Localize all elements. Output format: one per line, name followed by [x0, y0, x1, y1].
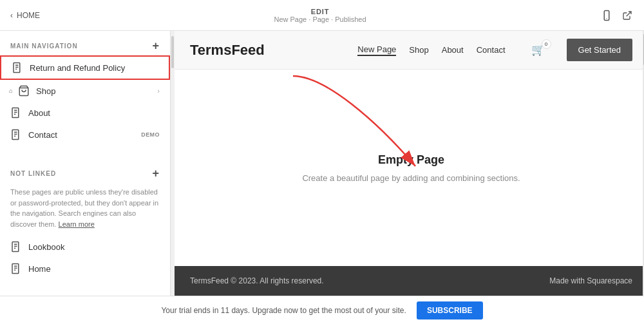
nav-item-shop[interactable]: ⌂ Shop ›	[0, 80, 170, 102]
not-linked-description: These pages are public unless they're di…	[0, 183, 170, 236]
nav-item-label: Home	[28, 264, 160, 274]
main-layout: MAIN NAVIGATION + Return and Refund Poli…	[0, 31, 644, 296]
trial-message: Your trial ends in 11 days. Upgrade now …	[161, 306, 406, 315]
nav-link-about[interactable]: About	[442, 45, 464, 55]
empty-page-title: Empty Page	[378, 153, 444, 167]
main-nav-label: MAIN NAVIGATION	[10, 43, 78, 50]
not-linked-label: NOT LINKED	[10, 170, 56, 177]
nav-item-label: Lookbook	[28, 242, 160, 252]
site-logo: TermsFeed	[190, 42, 342, 59]
home-indicator-icon: ⌂	[9, 88, 12, 94]
shop-icon	[18, 85, 30, 97]
nav-item-home[interactable]: Home	[0, 258, 170, 280]
nav-item-about[interactable]: About	[0, 102, 170, 124]
page-icon	[10, 107, 22, 119]
nav-item-return-refund[interactable]: Return and Refund Policy	[0, 55, 170, 80]
page-icon	[12, 62, 23, 73]
footer-left: TermsFeed © 2023. All rights reserved.	[190, 276, 324, 285]
add-nav-item-button[interactable]: +	[152, 40, 160, 52]
home-button[interactable]: ‹ HOME	[10, 11, 40, 20]
cart-icon[interactable]: 🛒 0	[531, 43, 545, 57]
footer-right: Made with Squarespace	[549, 276, 632, 285]
site-nav-links: New Page Shop About Contact	[357, 44, 505, 56]
page-icon	[10, 241, 22, 253]
nav-link-shop[interactable]: Shop	[409, 45, 428, 55]
add-not-linked-button[interactable]: +	[152, 167, 160, 179]
top-bar: ‹ HOME EDIT New Page · Page · Published …	[0, 0, 644, 31]
main-nav-section-header: MAIN NAVIGATION +	[0, 31, 170, 55]
nav-link-contact[interactable]: Contact	[477, 45, 506, 55]
nav-link-new-page[interactable]: New Page	[357, 44, 396, 56]
sidebar: MAIN NAVIGATION + Return and Refund Poli…	[0, 31, 171, 296]
trial-bar: Your trial ends in 11 days. Upgrade now …	[0, 296, 644, 324]
chevron-left-icon: ‹	[10, 11, 13, 20]
nav-item-lookbook[interactable]: Lookbook	[0, 236, 170, 258]
svg-rect-0	[604, 10, 609, 20]
site-content: Empty Page Create a beautiful page by ad…	[175, 70, 644, 266]
not-linked-section-header: NOT LINKED +	[0, 158, 170, 183]
nav-item-contact[interactable]: Contact DEMO	[0, 124, 170, 146]
empty-page-description: Create a beautiful page by adding and co…	[302, 173, 520, 183]
external-link-icon[interactable]	[621, 9, 634, 22]
get-started-button[interactable]: Get Started	[567, 39, 632, 61]
sidebar-scroll-track	[171, 31, 175, 296]
mobile-preview-icon[interactable]	[600, 9, 613, 22]
nav-item-label: Contact	[28, 130, 135, 140]
page-info: EDIT New Page · Page · Published Page · …	[274, 8, 366, 23]
page-icon	[10, 129, 22, 140]
home-label: HOME	[17, 11, 40, 20]
page-status: New Page · Page · Published Page · Publi…	[274, 15, 366, 23]
page-status-text: Page · Published	[312, 15, 366, 23]
svg-line-2	[627, 12, 631, 16]
nav-item-label: Return and Refund Policy	[30, 63, 158, 73]
site-navigation: TermsFeed New Page Shop About Contact 🛒 …	[175, 31, 644, 70]
nav-item-label: About	[28, 108, 160, 118]
page-icon	[10, 263, 22, 274]
chevron-right-icon: ›	[157, 87, 160, 95]
site-preview: TermsFeed New Page Shop About Contact 🛒 …	[175, 31, 644, 296]
nav-item-label: Shop	[36, 86, 151, 96]
top-bar-actions	[600, 9, 634, 22]
subscribe-button[interactable]: SUBSCRIBE	[417, 301, 483, 319]
cart-count: 0	[542, 39, 551, 49]
site-footer: TermsFeed © 2023. All rights reserved. M…	[175, 266, 644, 296]
demo-badge: DEMO	[141, 131, 160, 138]
learn-more-link[interactable]: Learn more	[59, 220, 95, 228]
sidebar-scroll-thumb	[171, 36, 174, 68]
edit-label: EDIT	[274, 8, 366, 15]
preview-area: TermsFeed New Page Shop About Contact 🛒 …	[171, 31, 644, 296]
